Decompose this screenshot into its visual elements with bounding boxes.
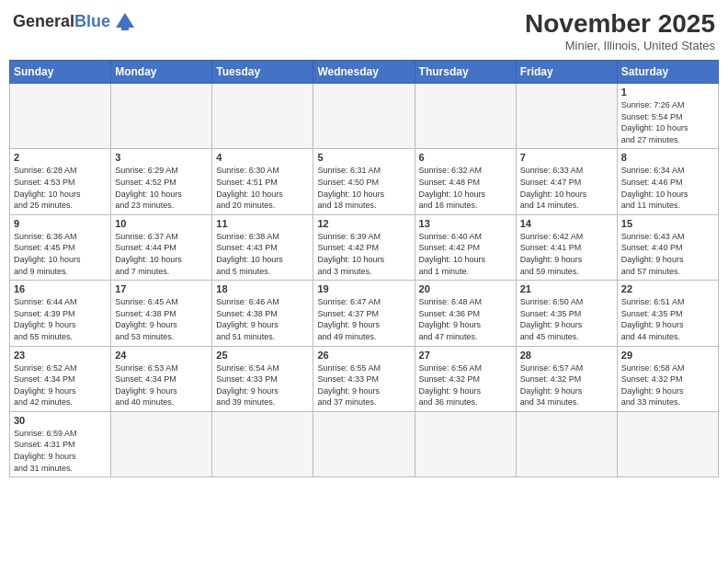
title-block: November 2025 Minier, Illinois, United S…	[525, 9, 715, 52]
day-info: Sunrise: 6:56 AM Sunset: 4:32 PM Dayligh…	[419, 362, 512, 408]
day-number: 7	[520, 152, 613, 163]
calendar-day-cell	[212, 84, 313, 149]
day-number: 1	[621, 86, 714, 98]
calendar-day-cell	[617, 411, 718, 477]
calendar-day-cell: 8Sunrise: 6:34 AM Sunset: 4:46 PM Daylig…	[617, 149, 718, 214]
day-info: Sunrise: 6:40 AM Sunset: 4:42 PM Dayligh…	[419, 231, 512, 277]
day-of-week-header: Thursday	[415, 61, 516, 84]
day-number: 20	[419, 283, 512, 294]
calendar-day-cell: 24Sunrise: 6:53 AM Sunset: 4:34 PM Dayli…	[111, 346, 212, 411]
day-of-week-header: Saturday	[617, 61, 718, 84]
calendar-week-row: 16Sunrise: 6:44 AM Sunset: 4:39 PM Dayli…	[10, 281, 719, 346]
day-info: Sunrise: 6:34 AM Sunset: 4:46 PM Dayligh…	[621, 165, 714, 211]
day-number: 26	[317, 350, 410, 361]
day-info: Sunrise: 6:52 AM Sunset: 4:34 PM Dayligh…	[14, 362, 107, 408]
day-number: 12	[317, 218, 410, 229]
month-title: November 2025	[525, 9, 715, 39]
day-of-week-header: Friday	[516, 61, 617, 84]
calendar-day-cell: 3Sunrise: 6:29 AM Sunset: 4:52 PM Daylig…	[111, 149, 212, 214]
calendar-week-row: 2Sunrise: 6:28 AM Sunset: 4:53 PM Daylig…	[10, 149, 719, 214]
calendar-day-cell	[415, 411, 516, 477]
day-info: Sunrise: 6:28 AM Sunset: 4:53 PM Dayligh…	[14, 165, 107, 211]
day-info: Sunrise: 6:50 AM Sunset: 4:35 PM Dayligh…	[520, 296, 613, 342]
day-info: Sunrise: 6:51 AM Sunset: 4:35 PM Dayligh…	[621, 296, 714, 342]
day-of-week-header: Tuesday	[212, 61, 313, 84]
calendar-day-cell: 9Sunrise: 6:36 AM Sunset: 4:45 PM Daylig…	[10, 214, 111, 280]
day-number: 28	[520, 350, 613, 361]
calendar-day-cell: 4Sunrise: 6:30 AM Sunset: 4:51 PM Daylig…	[212, 149, 313, 214]
day-number: 5	[317, 152, 410, 163]
day-number: 13	[419, 218, 512, 229]
day-number: 23	[14, 350, 107, 361]
day-info: Sunrise: 6:36 AM Sunset: 4:45 PM Dayligh…	[14, 231, 107, 277]
day-info: Sunrise: 6:42 AM Sunset: 4:41 PM Dayligh…	[520, 231, 613, 277]
calendar-week-row: 30Sunrise: 6:59 AM Sunset: 4:31 PM Dayli…	[10, 411, 719, 477]
day-info: Sunrise: 6:33 AM Sunset: 4:47 PM Dayligh…	[520, 165, 613, 211]
calendar-day-cell	[313, 84, 415, 149]
day-number: 14	[520, 218, 613, 229]
page-header: GeneralBlue November 2025 Minier, Illino…	[9, 9, 719, 52]
svg-rect-1	[121, 26, 129, 30]
day-number: 27	[419, 350, 512, 361]
day-number: 9	[14, 218, 107, 229]
day-info: Sunrise: 6:59 AM Sunset: 4:31 PM Dayligh…	[14, 428, 107, 474]
calendar-day-cell	[516, 411, 617, 477]
calendar-day-cell: 25Sunrise: 6:54 AM Sunset: 4:33 PM Dayli…	[212, 346, 313, 411]
location: Minier, Illinois, United States	[525, 39, 715, 52]
calendar-day-cell: 26Sunrise: 6:55 AM Sunset: 4:33 PM Dayli…	[313, 346, 415, 411]
calendar-day-cell	[111, 411, 212, 477]
day-number: 4	[216, 152, 309, 163]
calendar-day-cell: 6Sunrise: 6:32 AM Sunset: 4:48 PM Daylig…	[415, 149, 516, 214]
calendar-day-cell: 14Sunrise: 6:42 AM Sunset: 4:41 PM Dayli…	[516, 214, 617, 280]
day-number: 29	[621, 350, 714, 361]
day-info: Sunrise: 6:37 AM Sunset: 4:44 PM Dayligh…	[115, 231, 208, 277]
calendar-day-cell: 13Sunrise: 6:40 AM Sunset: 4:42 PM Dayli…	[415, 214, 516, 280]
calendar-day-cell: 30Sunrise: 6:59 AM Sunset: 4:31 PM Dayli…	[10, 411, 111, 477]
day-info: Sunrise: 6:39 AM Sunset: 4:42 PM Dayligh…	[317, 231, 410, 277]
day-info: Sunrise: 6:30 AM Sunset: 4:51 PM Dayligh…	[216, 165, 309, 211]
day-number: 11	[216, 218, 309, 229]
day-number: 22	[621, 283, 714, 294]
day-info: Sunrise: 6:45 AM Sunset: 4:38 PM Dayligh…	[115, 296, 208, 342]
calendar-day-cell	[10, 84, 111, 149]
day-info: Sunrise: 6:48 AM Sunset: 4:36 PM Dayligh…	[419, 296, 512, 342]
day-info: Sunrise: 6:57 AM Sunset: 4:32 PM Dayligh…	[520, 362, 613, 408]
calendar-day-cell	[516, 84, 617, 149]
day-of-week-header: Monday	[111, 61, 212, 84]
calendar-day-cell: 20Sunrise: 6:48 AM Sunset: 4:36 PM Dayli…	[415, 281, 516, 346]
calendar-day-cell: 29Sunrise: 6:58 AM Sunset: 4:32 PM Dayli…	[617, 346, 718, 411]
calendar-day-cell: 22Sunrise: 6:51 AM Sunset: 4:35 PM Dayli…	[617, 281, 718, 346]
calendar-day-cell: 23Sunrise: 6:52 AM Sunset: 4:34 PM Dayli…	[10, 346, 111, 411]
day-number: 30	[14, 415, 107, 426]
calendar-day-cell: 12Sunrise: 6:39 AM Sunset: 4:42 PM Dayli…	[313, 214, 415, 280]
calendar-day-cell	[212, 411, 313, 477]
day-number: 6	[419, 152, 512, 163]
calendar-day-cell: 17Sunrise: 6:45 AM Sunset: 4:38 PM Dayli…	[111, 281, 212, 346]
day-info: Sunrise: 6:54 AM Sunset: 4:33 PM Dayligh…	[216, 362, 309, 408]
calendar-week-row: 1Sunrise: 7:26 AM Sunset: 5:54 PM Daylig…	[10, 84, 719, 149]
calendar-table: SundayMondayTuesdayWednesdayThursdayFrid…	[9, 60, 719, 477]
day-info: Sunrise: 6:53 AM Sunset: 4:34 PM Dayligh…	[115, 362, 208, 408]
day-info: Sunrise: 6:44 AM Sunset: 4:39 PM Dayligh…	[14, 296, 107, 342]
calendar-day-cell: 18Sunrise: 6:46 AM Sunset: 4:38 PM Dayli…	[212, 281, 313, 346]
calendar-day-cell: 2Sunrise: 6:28 AM Sunset: 4:53 PM Daylig…	[10, 149, 111, 214]
day-info: Sunrise: 6:29 AM Sunset: 4:52 PM Dayligh…	[115, 165, 208, 211]
calendar-day-cell: 7Sunrise: 6:33 AM Sunset: 4:47 PM Daylig…	[516, 149, 617, 214]
calendar-day-cell: 15Sunrise: 6:43 AM Sunset: 4:40 PM Dayli…	[617, 214, 718, 280]
day-number: 18	[216, 283, 309, 294]
day-number: 24	[115, 350, 208, 361]
svg-marker-0	[116, 13, 134, 28]
day-number: 16	[14, 283, 107, 294]
day-info: Sunrise: 6:46 AM Sunset: 4:38 PM Dayligh…	[216, 296, 309, 342]
logo-icon	[112, 9, 138, 35]
day-info: Sunrise: 6:55 AM Sunset: 4:33 PM Dayligh…	[317, 362, 410, 408]
day-info: Sunrise: 7:26 AM Sunset: 5:54 PM Dayligh…	[621, 99, 714, 145]
day-info: Sunrise: 6:31 AM Sunset: 4:50 PM Dayligh…	[317, 165, 410, 211]
day-number: 3	[115, 152, 208, 163]
day-number: 21	[520, 283, 613, 294]
day-of-week-header: Wednesday	[313, 61, 415, 84]
day-number: 25	[216, 350, 309, 361]
calendar-day-cell: 11Sunrise: 6:38 AM Sunset: 4:43 PM Dayli…	[212, 214, 313, 280]
calendar-day-cell: 19Sunrise: 6:47 AM Sunset: 4:37 PM Dayli…	[313, 281, 415, 346]
day-number: 19	[317, 283, 410, 294]
